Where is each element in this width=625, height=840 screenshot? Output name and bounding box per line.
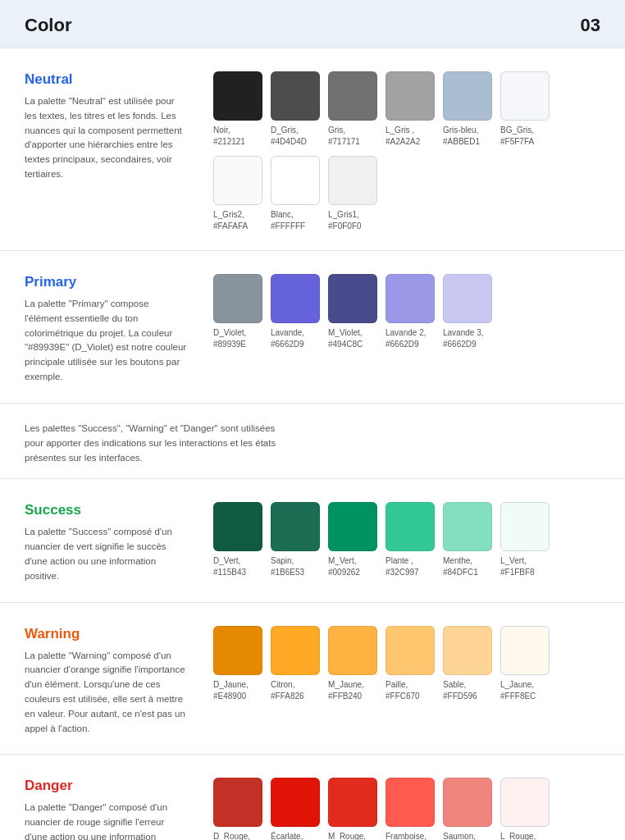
color-label: Menthe, #84DFC1 <box>443 555 478 578</box>
color-item: L_Gris1, #F0F0F0 <box>328 156 377 232</box>
color-label: D_Rouge, #C33025 <box>213 831 250 840</box>
page-header: Color 03 <box>0 0 625 48</box>
color-item: Framboise, #FF5A4F <box>385 778 435 840</box>
primary-text: Primary La palette "Primary" compose l'é… <box>25 274 189 385</box>
neutral-desc: La palette "Neutral" est utilisée pour l… <box>25 94 189 182</box>
color-item: L_Jaune, #FFF8EC <box>500 626 550 702</box>
color-item: D_Gris, #4D4D4D <box>271 71 320 148</box>
color-swatch <box>328 274 377 323</box>
color-item: L_Vert, #F1FBF8 <box>500 502 550 578</box>
color-swatch <box>271 778 320 827</box>
neutral-color-grid: Noir, #212121D_Gris, #4D4D4DGris, #71717… <box>213 71 600 232</box>
color-label: Citron, #FFA826 <box>271 679 304 702</box>
color-swatch <box>271 274 320 323</box>
color-swatch <box>500 778 550 827</box>
color-swatch <box>213 71 262 121</box>
success-title: Success <box>25 502 189 518</box>
color-label: Gris-bleu, #ABBED1 <box>443 125 480 148</box>
color-item: Saumon, #F0857D <box>443 778 492 840</box>
color-swatch <box>271 502 320 551</box>
color-label: M_Rouge, #E02B1D <box>328 831 366 840</box>
color-swatch <box>500 502 550 551</box>
warning-text: Warning La palette "Warning" composé d'u… <box>25 626 189 737</box>
color-item: Noir, #212121 <box>213 71 262 148</box>
neutral-section: Neutral La palette "Neutral" est utilisé… <box>0 48 625 251</box>
color-swatch <box>443 778 492 827</box>
neutral-text: Neutral La palette "Neutral" est utilisé… <box>25 71 189 232</box>
color-item: Paille, #FFC670 <box>385 626 435 702</box>
color-item: Lavande 3, #6662D9 <box>443 274 492 350</box>
page-number: 03 <box>581 15 600 36</box>
color-swatch <box>443 71 492 121</box>
color-label: L_Gris1, #F0F0F0 <box>328 209 362 232</box>
color-swatch <box>500 71 550 121</box>
color-item: Gris, #717171 <box>328 71 377 148</box>
danger-text: Danger La palette "Danger" composé d'un … <box>25 778 189 840</box>
color-item: D_Jaune, #E48900 <box>213 626 262 702</box>
color-label: Saumon, #F0857D <box>443 831 477 840</box>
primary-title: Primary <box>25 274 189 290</box>
color-item: M_Jaune, #FFB240 <box>328 626 377 702</box>
color-label: BG_Gris, #F5F7FA <box>500 125 534 148</box>
color-item: Écarlate, #E01507 <box>271 778 320 840</box>
color-item: Sapin, #1B6E53 <box>271 502 320 578</box>
color-item: L_Gris2, #FAFAFA <box>213 156 262 232</box>
color-label: D_Gris, #4D4D4D <box>271 125 307 148</box>
color-item: D_Vert, #115B43 <box>213 502 262 578</box>
color-item: M_Violet, #494C8C <box>328 274 377 350</box>
color-swatch <box>213 502 262 551</box>
success-text: Success La palette "Success" composé d'u… <box>25 502 189 583</box>
color-item: L_Gris , #A2A2A2 <box>385 71 435 148</box>
color-swatch <box>328 626 377 675</box>
color-swatch <box>213 778 262 827</box>
color-swatch <box>213 274 262 323</box>
color-label: M_Vert, #009262 <box>328 555 360 578</box>
color-item: D_Rouge, #C33025 <box>213 778 262 840</box>
color-label: L_Rouge, #FFF1F0 <box>500 831 536 840</box>
color-item: Menthe, #84DFC1 <box>443 502 492 578</box>
color-swatch <box>385 778 435 827</box>
color-label: M_Violet, #494C8C <box>328 327 363 350</box>
color-swatch <box>385 71 435 121</box>
color-swatch <box>328 71 377 121</box>
color-swatch <box>213 156 262 205</box>
neutral-title: Neutral <box>25 71 189 88</box>
color-swatch <box>443 626 492 675</box>
color-label: Lavande, #6662D9 <box>271 327 304 350</box>
color-label: L_Gris2, #FAFAFA <box>213 209 248 232</box>
color-swatch <box>271 71 320 121</box>
color-item: L_Rouge, #FFF1F0 <box>500 778 550 840</box>
color-label: M_Jaune, #FFB240 <box>328 679 364 702</box>
color-label: Lavande 3, #6662D9 <box>443 327 484 350</box>
page-title: Color <box>25 15 71 36</box>
success-section: Success La palette "Success" composé d'u… <box>0 479 625 602</box>
color-label: L_Jaune, #FFF8EC <box>500 679 536 702</box>
warning-section: Warning La palette "Warning" composé d'u… <box>0 603 625 756</box>
success-color-grid: D_Vert, #115B43Sapin, #1B6E53M_Vert, #00… <box>213 502 600 583</box>
color-item: Gris-bleu, #ABBED1 <box>443 71 492 148</box>
success-desc: La palette "Success" composé d'un nuanci… <box>25 525 189 583</box>
color-item: Sable, #FFD596 <box>443 626 492 702</box>
warning-color-grid: D_Jaune, #E48900Citron, #FFA826M_Jaune, … <box>213 626 600 737</box>
color-item: Lavande, #6662D9 <box>271 274 320 350</box>
warning-title: Warning <box>25 626 189 642</box>
color-label: Framboise, #FF5A4F <box>385 831 427 840</box>
color-swatch <box>328 156 377 205</box>
color-label: Noir, #212121 <box>213 125 245 148</box>
color-item: Citron, #FFA826 <box>271 626 320 702</box>
color-label: Paille, #FFC670 <box>385 679 420 702</box>
color-label: Lavande 2, #6662D9 <box>385 327 427 350</box>
color-swatch <box>500 626 550 675</box>
color-swatch <box>328 502 377 551</box>
color-item: M_Vert, #009262 <box>328 502 377 578</box>
color-label: Gris, #717171 <box>328 125 360 148</box>
color-label: L_Vert, #F1FBF8 <box>500 555 535 578</box>
color-item: Plante , #32C997 <box>385 502 435 578</box>
color-item: Lavande 2, #6662D9 <box>385 274 435 350</box>
color-label: D_Violet, #89939E <box>213 327 246 350</box>
warning-desc: La palette "Warning" composé d'un nuanci… <box>25 649 189 737</box>
color-item: Blanc, #FFFFFF <box>271 156 320 232</box>
color-label: Sable, #FFD596 <box>443 679 477 702</box>
danger-desc: La palette "Danger" composé d'un nuancie… <box>25 801 189 840</box>
color-label: Blanc, #FFFFFF <box>271 209 305 232</box>
